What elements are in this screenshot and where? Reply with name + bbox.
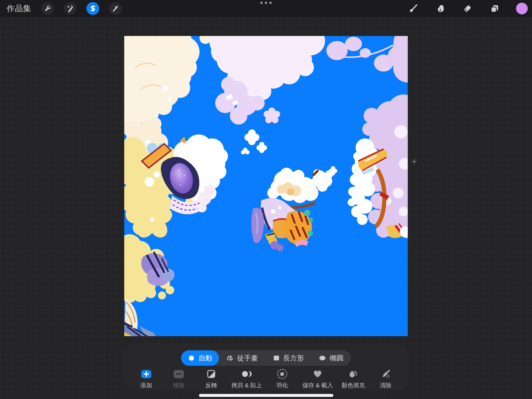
smudge-tool-button[interactable]: [435, 3, 446, 14]
mode-rectangle[interactable]: 長方形: [265, 350, 311, 366]
copy-paste-icon: [242, 370, 252, 378]
action-label: 顏色填充: [342, 381, 365, 389]
selection-actions-row: 添加 移除 反轉: [130, 369, 402, 389]
starburst-icon: [188, 355, 195, 362]
home-indicator[interactable]: [199, 394, 333, 397]
window-options-handle[interactable]: [260, 2, 272, 4]
transform-arrow-icon: [111, 5, 119, 13]
action-label: 儲存 & 載入: [302, 381, 333, 389]
action-color-fill[interactable]: 顏色填充: [341, 369, 365, 389]
crosshair-cursor: [412, 159, 417, 164]
action-label: 移除: [173, 381, 185, 389]
ellipse-icon: [319, 354, 326, 362]
sweep-icon: [381, 369, 390, 379]
action-invert[interactable]: 反轉: [199, 369, 223, 389]
transform-tool-button[interactable]: [109, 2, 122, 15]
mode-freehand[interactable]: 徒手畫: [219, 350, 265, 366]
invert-icon: [207, 369, 216, 379]
ellipsis-icon: [269, 2, 272, 4]
action-copy-paste[interactable]: 拷貝 & 貼上: [231, 369, 262, 389]
action-add[interactable]: 添加: [134, 369, 159, 389]
action-label: 反轉: [205, 381, 217, 389]
mode-ellipse[interactable]: 橢圓: [311, 350, 351, 366]
ellipsis-icon: [260, 2, 263, 4]
adjustments-button[interactable]: [64, 2, 77, 15]
selection-tool-button[interactable]: [86, 2, 99, 15]
selection-toolbar-panel: 自動 徒手畫 長方形 橢圓: [124, 343, 408, 390]
erase-tool-button[interactable]: [462, 3, 473, 14]
action-clear[interactable]: 清除: [373, 369, 398, 389]
workspace-background: 作品集: [0, 0, 532, 399]
ellipsis-icon: [265, 2, 267, 4]
freehand-squiggle-icon: [226, 354, 234, 362]
feather-icon: [277, 369, 287, 379]
minus-badge-icon: [174, 370, 184, 378]
adjustments-wand-icon: [66, 5, 74, 13]
mode-automatic[interactable]: 自動: [181, 350, 219, 366]
heart-icon: [313, 370, 322, 378]
wrench-icon: [44, 5, 52, 13]
selection-s-icon: [89, 5, 97, 13]
mode-label: 徒手畫: [237, 353, 258, 363]
paint-brush-icon: [408, 4, 418, 13]
actions-wrench-button[interactable]: [41, 2, 54, 15]
rectangle-icon: [273, 355, 280, 361]
plus-badge-icon: [141, 370, 151, 378]
action-remove: 移除: [167, 369, 191, 389]
artwork: [124, 36, 408, 336]
gallery-button[interactable]: 作品集: [7, 3, 31, 14]
mode-label: 自動: [198, 353, 212, 363]
layers-icon: [490, 4, 499, 13]
action-label: 羽化: [276, 381, 288, 389]
action-label: 添加: [140, 381, 152, 389]
color-swatch[interactable]: [516, 3, 528, 14]
top-toolbar: 作品集: [0, 0, 532, 17]
drawing-canvas[interactable]: [124, 36, 408, 336]
color-fill-icon: [349, 369, 358, 379]
paint-tool-button[interactable]: [408, 3, 419, 14]
selection-mode-segmented-control: 自動 徒手畫 長方形 橢圓: [181, 350, 351, 366]
smudge-icon: [435, 4, 445, 13]
action-feather[interactable]: 羽化: [270, 369, 294, 389]
action-label: 拷貝 & 貼上: [231, 381, 262, 389]
eraser-icon: [463, 4, 472, 13]
mode-label: 長方形: [283, 353, 304, 363]
layers-button[interactable]: [489, 3, 500, 14]
action-label: 清除: [380, 381, 392, 389]
action-save-load[interactable]: 儲存 & 載入: [302, 369, 333, 389]
mode-label: 橢圓: [330, 353, 343, 363]
